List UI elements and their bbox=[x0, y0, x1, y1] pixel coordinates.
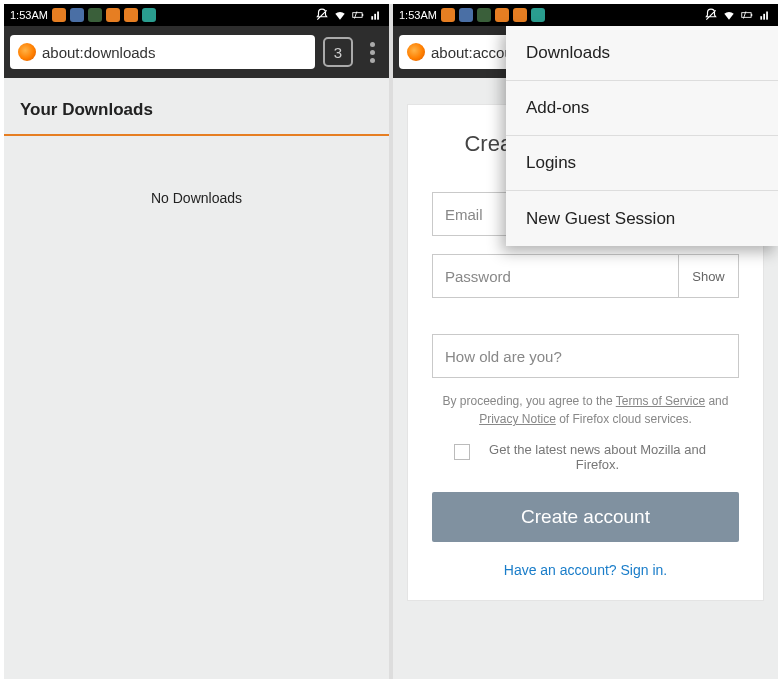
notif-icon bbox=[459, 8, 473, 22]
signal-icon bbox=[369, 8, 383, 22]
screenshot-downloads: 1:53AM about:downloads 3 bbox=[4, 4, 391, 679]
downloads-page: Your Downloads No Downloads bbox=[4, 78, 389, 206]
signin-link[interactable]: Have an account? Sign in. bbox=[432, 562, 739, 578]
password-field[interactable]: Password bbox=[432, 254, 679, 298]
svg-rect-1 bbox=[362, 14, 363, 16]
notif-icon bbox=[106, 8, 120, 22]
notif-icon bbox=[477, 8, 491, 22]
firefox-icon bbox=[18, 43, 36, 61]
menu-item-downloads[interactable]: Downloads bbox=[506, 26, 778, 81]
age-field[interactable]: How old are you? bbox=[432, 334, 739, 378]
wifi-icon bbox=[333, 8, 347, 22]
wifi-icon bbox=[722, 8, 736, 22]
empty-state-text: No Downloads bbox=[4, 136, 389, 206]
browser-toolbar: about:downloads 3 bbox=[4, 26, 389, 78]
notif-icon bbox=[441, 8, 455, 22]
svg-rect-3 bbox=[374, 14, 376, 20]
battery-icon bbox=[740, 8, 754, 22]
menu-item-guest[interactable]: New Guest Session bbox=[506, 191, 778, 246]
privacy-link[interactable]: Privacy Notice bbox=[479, 412, 556, 426]
silent-icon bbox=[704, 8, 718, 22]
battery-icon bbox=[351, 8, 365, 22]
svg-rect-2 bbox=[371, 16, 373, 20]
status-bar: 1:53AM bbox=[4, 4, 389, 26]
url-bar[interactable]: about:downloads bbox=[10, 35, 315, 69]
newsletter-label: Get the latest news about Mozilla and Fi… bbox=[478, 442, 718, 472]
create-account-button[interactable]: Create account bbox=[432, 492, 739, 542]
notif-icon bbox=[142, 8, 156, 22]
newsletter-checkbox[interactable] bbox=[454, 444, 470, 460]
svg-rect-8 bbox=[763, 14, 765, 20]
svg-rect-6 bbox=[751, 14, 752, 16]
notif-icon bbox=[88, 8, 102, 22]
signal-icon bbox=[758, 8, 772, 22]
menu-item-addons[interactable]: Add-ons bbox=[506, 81, 778, 136]
svg-rect-9 bbox=[766, 12, 768, 20]
menu-item-logins[interactable]: Logins bbox=[506, 136, 778, 191]
notif-icon bbox=[513, 8, 527, 22]
show-password-button[interactable]: Show bbox=[679, 254, 739, 298]
overflow-menu: Downloads Add-ons Logins New Guest Sessi… bbox=[506, 26, 778, 246]
silent-icon bbox=[315, 8, 329, 22]
notif-icon bbox=[495, 8, 509, 22]
tab-counter[interactable]: 3 bbox=[323, 37, 353, 67]
status-time: 1:53AM bbox=[399, 9, 437, 21]
terms-text: By proceeding, you agree to the Terms of… bbox=[432, 392, 739, 428]
status-bar: 1:53AM bbox=[393, 4, 778, 26]
notif-icon bbox=[124, 8, 138, 22]
notif-icon bbox=[70, 8, 84, 22]
status-time: 1:53AM bbox=[10, 9, 48, 21]
svg-rect-0 bbox=[353, 13, 362, 18]
url-text: about:downloads bbox=[42, 44, 155, 61]
svg-rect-4 bbox=[377, 12, 379, 20]
svg-rect-7 bbox=[760, 16, 762, 20]
page-title: Your Downloads bbox=[4, 78, 389, 134]
newsletter-row[interactable]: Get the latest news about Mozilla and Fi… bbox=[432, 442, 739, 472]
menu-button[interactable] bbox=[361, 42, 383, 63]
tos-link[interactable]: Terms of Service bbox=[616, 394, 705, 408]
notif-icon bbox=[52, 8, 66, 22]
notif-icon bbox=[531, 8, 545, 22]
firefox-icon bbox=[407, 43, 425, 61]
screenshot-accounts: 1:53AM about:accounts?action=signup& bbox=[391, 4, 778, 679]
svg-rect-5 bbox=[742, 13, 751, 18]
